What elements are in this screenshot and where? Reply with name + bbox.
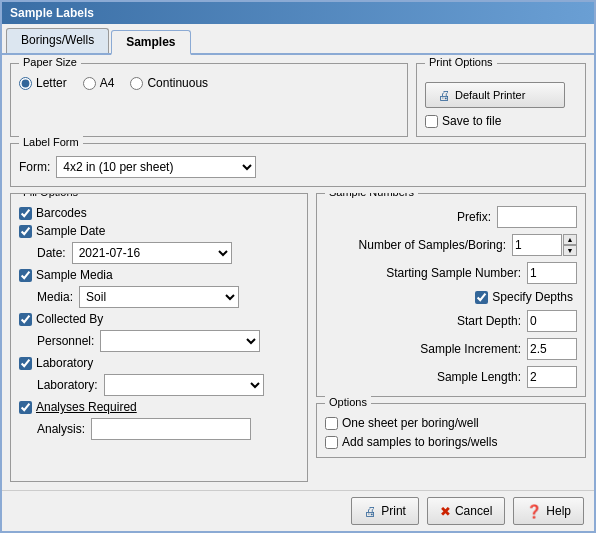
help-label: Help [546, 504, 571, 518]
num-samples-down[interactable]: ▼ [563, 245, 577, 256]
label-form-inner: Form: 4x2 in (10 per sheet) [19, 156, 577, 178]
specify-depths-checkbox[interactable] [475, 291, 488, 304]
print-icon: 🖨 [364, 504, 377, 519]
media-sub-row: Media: Soil [37, 286, 299, 308]
personnel-label: Personnel: [37, 334, 94, 348]
paper-size-label: Paper Size [19, 56, 81, 68]
start-depth-input[interactable] [527, 310, 577, 332]
tab-borings-wells[interactable]: Borings/Wells [6, 28, 109, 53]
default-printer-button[interactable]: 🖨 Default Printer [425, 82, 565, 108]
window-title: Sample Labels [10, 6, 94, 20]
options-inner: One sheet per boring/well Add samples to… [325, 416, 577, 449]
radio-continuous-input[interactable] [130, 77, 143, 90]
sample-media-checkbox[interactable] [19, 269, 32, 282]
radio-a4-label: A4 [100, 76, 115, 90]
num-samples-input[interactable] [512, 234, 562, 256]
personnel-select[interactable] [100, 330, 260, 352]
sample-length-input[interactable] [527, 366, 577, 388]
cancel-button[interactable]: ✖ Cancel [427, 497, 505, 525]
radio-letter: Letter [19, 76, 67, 90]
date-select[interactable]: 2021-07-16 [72, 242, 232, 264]
save-to-file-row: Save to file [425, 114, 577, 128]
sample-increment-label: Sample Increment: [420, 342, 521, 356]
media-select[interactable]: Soil [79, 286, 239, 308]
radio-continuous: Continuous [130, 76, 208, 90]
analyses-label: Analyses Required [36, 400, 137, 414]
barcodes-checkbox[interactable] [19, 207, 32, 220]
cancel-icon: ✖ [440, 504, 451, 519]
fill-options-group: Fill Options Barcodes Sample Date Date: … [10, 193, 308, 482]
analysis-label: Analysis: [37, 422, 85, 436]
one-sheet-label: One sheet per boring/well [342, 416, 479, 430]
analyses-checkbox[interactable] [19, 401, 32, 414]
num-samples-spin-buttons: ▲ ▼ [563, 234, 577, 256]
fill-inner: Barcodes Sample Date Date: 2021-07-16 [19, 206, 299, 440]
print-options-group: Print Options 🖨 Default Printer Save to … [416, 63, 586, 137]
radio-a4: A4 [83, 76, 115, 90]
collected-by-checkbox[interactable] [19, 313, 32, 326]
add-samples-label: Add samples to borings/wells [342, 435, 497, 449]
save-to-file-label: Save to file [442, 114, 501, 128]
default-printer-label: Default Printer [455, 89, 525, 101]
laboratory-label: Laboratory [36, 356, 93, 370]
sample-numbers-inner: Prefix: Number of Samples/Boring: ▲ ▼ [325, 206, 577, 388]
title-bar: Sample Labels [2, 2, 594, 24]
paper-size-group: Paper Size Letter A4 Continuous [10, 63, 408, 137]
laboratory-select[interactable] [104, 374, 264, 396]
cancel-label: Cancel [455, 504, 492, 518]
sample-date-checkbox[interactable] [19, 225, 32, 238]
barcodes-row: Barcodes [19, 206, 299, 220]
laboratory-field-label: Laboratory: [37, 378, 98, 392]
starting-sample-label: Starting Sample Number: [361, 266, 521, 280]
analyses-row: Analyses Required [19, 400, 299, 414]
one-sheet-checkbox[interactable] [325, 417, 338, 430]
help-icon: ❓ [526, 504, 542, 519]
sample-date-row: Sample Date [19, 224, 299, 238]
form-select[interactable]: 4x2 in (10 per sheet) [56, 156, 256, 178]
help-button[interactable]: ❓ Help [513, 497, 584, 525]
barcodes-label: Barcodes [36, 206, 87, 220]
starting-sample-input[interactable] [527, 262, 577, 284]
main-window: Sample Labels Borings/Wells Samples Pape… [0, 0, 596, 533]
prefix-row: Prefix: [325, 206, 577, 228]
radio-continuous-label: Continuous [147, 76, 208, 90]
start-depth-row: Start Depth: [325, 310, 577, 332]
tabs-bar: Borings/Wells Samples [2, 24, 594, 55]
options-group: Options One sheet per boring/well Add sa… [316, 403, 586, 458]
num-samples-up[interactable]: ▲ [563, 234, 577, 245]
save-to-file-checkbox[interactable] [425, 115, 438, 128]
date-label: Date: [37, 246, 66, 260]
analysis-sub-row: Analysis: [37, 418, 299, 440]
sample-increment-input[interactable] [527, 338, 577, 360]
laboratory-checkbox[interactable] [19, 357, 32, 370]
tab-samples[interactable]: Samples [111, 30, 190, 55]
label-form-label: Label Form [19, 136, 83, 148]
sample-media-row: Sample Media [19, 268, 299, 282]
prefix-label: Prefix: [331, 210, 491, 224]
top-row: Paper Size Letter A4 Continuous [10, 63, 586, 137]
add-samples-row: Add samples to borings/wells [325, 435, 577, 449]
collected-by-label: Collected By [36, 312, 103, 326]
analysis-input[interactable] [91, 418, 251, 440]
num-samples-spinner: ▲ ▼ [512, 234, 577, 256]
radio-a4-input[interactable] [83, 77, 96, 90]
start-depth-label: Start Depth: [457, 314, 521, 328]
media-label: Media: [37, 290, 73, 304]
form-field-label: Form: [19, 160, 50, 174]
print-button[interactable]: 🖨 Print [351, 497, 419, 525]
sample-length-label: Sample Length: [437, 370, 521, 384]
print-options-label: Print Options [425, 56, 497, 68]
laboratory-sub-row: Laboratory: [37, 374, 299, 396]
num-samples-label: Number of Samples/Boring: [346, 238, 506, 252]
date-sub-row: Date: 2021-07-16 [37, 242, 299, 264]
specify-depths-row: Specify Depths [325, 290, 577, 304]
label-form-group: Label Form Form: 4x2 in (10 per sheet) [10, 143, 586, 187]
right-panel: Sample Numbers Prefix: Number of Samples… [316, 193, 586, 482]
prefix-input[interactable] [497, 206, 577, 228]
radio-letter-input[interactable] [19, 77, 32, 90]
printer-icon: 🖨 [438, 88, 451, 103]
specify-depths-label: Specify Depths [492, 290, 573, 304]
add-samples-checkbox[interactable] [325, 436, 338, 449]
num-samples-row: Number of Samples/Boring: ▲ ▼ [325, 234, 577, 256]
fill-options-label: Fill Options [19, 193, 82, 198]
